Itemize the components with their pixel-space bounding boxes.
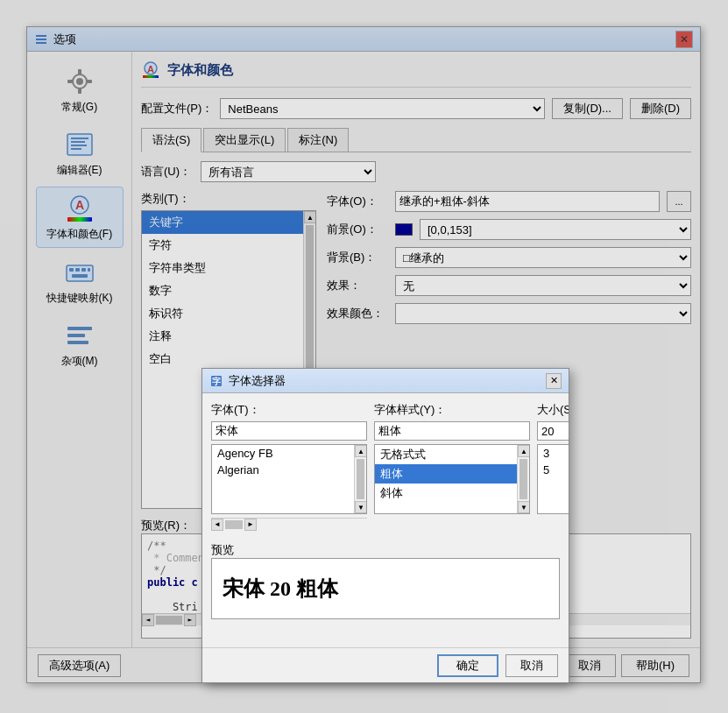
font-dialog: 字 字体选择器 ✕ 字体(T)： Agency FB Algerian	[201, 368, 569, 683]
dialog-title-left: 字 字体选择器	[209, 373, 286, 389]
dialog-overlay: 字 字体选择器 ✕ 字体(T)： Agency FB Algerian	[0, 0, 728, 713]
dialog-style-list-inner: 无格式式 粗体 斜体	[375, 445, 517, 503]
font-h-scrollbar: ◄ ►	[211, 518, 367, 530]
style-item-bold[interactable]: 粗体	[375, 464, 517, 484]
dialog-preview-section: 预览 宋体 20 粗体	[211, 542, 560, 619]
svg-text:字: 字	[212, 377, 222, 386]
size-item-5[interactable]: 5	[538, 462, 569, 478]
dialog-font-list-inner: Agency FB Algerian	[212, 445, 354, 478]
dialog-preview-box: 宋体 20 粗体	[211, 558, 560, 619]
font-list-item-agency[interactable]: Agency FB	[212, 445, 354, 462]
font-scroll-down[interactable]: ▼	[355, 501, 367, 513]
font-scroll-thumb[interactable]	[357, 459, 364, 499]
style-list-scrollbar: ▲ ▼	[517, 445, 529, 513]
font-h-scroll-right[interactable]: ►	[244, 519, 257, 531]
dialog-title: 字体选择器	[229, 373, 286, 389]
dialog-columns: 字体(T)： Agency FB Algerian ▲ ▼	[211, 402, 560, 530]
style-item-italic[interactable]: 斜体	[375, 484, 517, 503]
font-scroll-up[interactable]: ▲	[355, 445, 367, 457]
dialog-body: 字体(T)： Agency FB Algerian ▲ ▼	[202, 393, 569, 647]
dialog-preview-text: 宋体 20 粗体	[223, 575, 338, 603]
size-item-3[interactable]: 3	[538, 445, 569, 462]
style-item-regular[interactable]: 无格式式	[375, 445, 517, 464]
font-list-item-algerian[interactable]: Algerian	[212, 462, 354, 478]
dialog-icon: 字	[209, 374, 223, 388]
dialog-col-style: 字体样式(Y)： 无格式式 粗体 斜体 ▲ ▼	[374, 402, 530, 530]
dialog-style-input[interactable]	[374, 421, 530, 441]
dialog-font-label: 字体(T)：	[211, 402, 367, 418]
dialog-preview-label: 预览	[211, 543, 234, 556]
dialog-cancel-button[interactable]: 取消	[505, 654, 558, 677]
dialog-titlebar: 字 字体选择器 ✕	[202, 369, 569, 393]
style-scroll-up[interactable]: ▲	[518, 445, 530, 457]
dialog-size-list-inner: 3 5	[538, 445, 569, 478]
dialog-font-input[interactable]	[211, 421, 367, 441]
font-h-scroll-left[interactable]: ◄	[211, 519, 223, 531]
dialog-font-list: Agency FB Algerian ▲ ▼	[211, 444, 367, 514]
dialog-size-label: 大小(S)：	[537, 402, 569, 418]
style-scroll-down[interactable]: ▼	[518, 501, 530, 513]
dialog-col-font: 字体(T)： Agency FB Algerian ▲ ▼	[211, 402, 367, 530]
dialog-style-label: 字体样式(Y)：	[374, 402, 530, 418]
dialog-ok-button[interactable]: 确定	[437, 654, 498, 677]
dialog-footer: 确定 取消	[202, 647, 569, 682]
dialog-size-list: 3 5 ▲ ▼	[537, 444, 569, 514]
font-h-scroll-thumb[interactable]	[225, 520, 243, 529]
dialog-style-list: 无格式式 粗体 斜体 ▲ ▼	[374, 444, 530, 514]
style-scroll-thumb[interactable]	[519, 459, 527, 499]
dialog-close-button[interactable]: ✕	[546, 373, 562, 389]
font-list-scrollbar: ▲ ▼	[354, 445, 366, 513]
dialog-col-size: 大小(S)： 3 5 ▲ ▼	[537, 402, 569, 530]
dialog-size-input[interactable]	[537, 421, 569, 441]
